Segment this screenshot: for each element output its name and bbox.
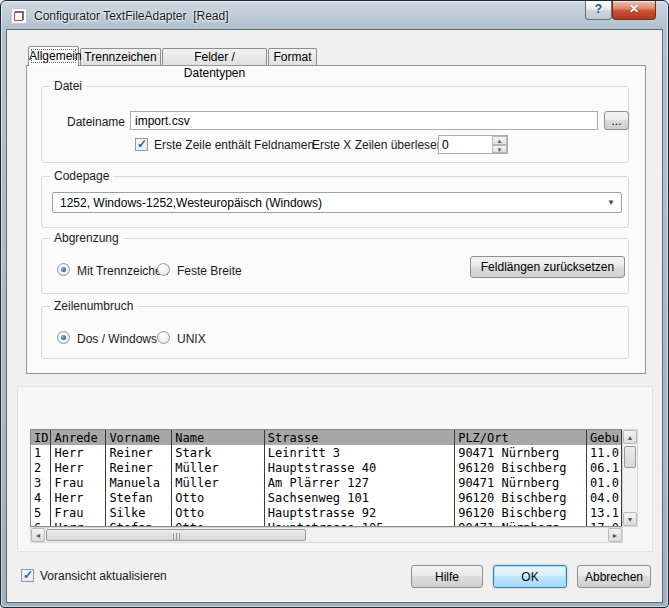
table-cell: 96120 Bischberg bbox=[455, 490, 587, 505]
table-cell: Herr bbox=[51, 445, 106, 460]
dialog-client-area: Allgemein Trennzeichen Felder / Datentyp… bbox=[6, 29, 663, 603]
app-icon bbox=[11, 8, 27, 24]
preview-refresh-label: Voransicht aktualisieren bbox=[40, 569, 167, 583]
first-line-label: Erste Zeile enthält Feldnamen bbox=[154, 138, 314, 152]
tab-allgemein[interactable]: Allgemein bbox=[28, 46, 79, 66]
scroll-right-icon[interactable]: ► bbox=[608, 528, 622, 542]
table-cell: 96120 Bischberg bbox=[455, 505, 587, 520]
table-cell: Otto bbox=[172, 505, 265, 520]
radio-feste-breite[interactable] bbox=[157, 263, 170, 276]
group-zeilenumbruch: Zeilenumbruch Dos / Windows UNIX bbox=[41, 306, 629, 359]
table-cell: 5 bbox=[31, 505, 51, 520]
skip-lines-input[interactable] bbox=[439, 136, 491, 153]
scroll-up-icon[interactable]: ▲ bbox=[623, 430, 637, 444]
table-cell: Silke bbox=[106, 505, 172, 520]
column-header: Name bbox=[172, 430, 265, 445]
reset-field-lengths-button[interactable]: Feldlängen zurücksetzen bbox=[470, 256, 625, 278]
table-row: 3FrauManuelaMüllerAm Plärrer 12790471 Nü… bbox=[31, 475, 622, 490]
radio-feste-breite-label: Feste Breite bbox=[177, 264, 242, 278]
column-header: ID bbox=[31, 430, 51, 445]
table-cell: 17.0 bbox=[586, 520, 621, 527]
table-cell: Reiner bbox=[106, 460, 172, 475]
group-zeilenumbruch-label: Zeilenumbruch bbox=[50, 299, 137, 313]
dateiname-label: Dateiname bbox=[67, 115, 125, 129]
table-cell: 2 bbox=[31, 460, 51, 475]
table-cell: Hauptstrasse 105 bbox=[264, 520, 454, 527]
table-cell: 01.0 bbox=[586, 475, 621, 490]
group-codepage: Codepage 1252, Windows-1252,Westeuropäis… bbox=[41, 176, 629, 228]
first-line-checkbox[interactable] bbox=[135, 138, 148, 151]
table-cell: 90471 Nürnberg bbox=[455, 445, 587, 460]
tab-felder-datentypen[interactable]: Felder / Datentypen bbox=[162, 48, 267, 65]
table-cell: Am Plärrer 127 bbox=[264, 475, 454, 490]
dialog-window: Configurator TextFileAdapter [Read] ? ✕ … bbox=[0, 0, 669, 608]
vertical-scrollbar-thumb[interactable] bbox=[624, 446, 636, 468]
dateiname-input[interactable] bbox=[130, 111, 598, 130]
table-row: 6HerrStefanOttoHauptstrasse 10590471 Nür… bbox=[31, 520, 622, 527]
radio-mit-trennzeichen[interactable] bbox=[57, 263, 70, 276]
column-header: Strasse bbox=[264, 430, 454, 445]
table-cell: 3 bbox=[31, 475, 51, 490]
table-cell: Herr bbox=[51, 460, 106, 475]
radio-dos-windows[interactable] bbox=[57, 331, 70, 344]
abbrechen-button[interactable]: Abbrechen bbox=[577, 565, 651, 588]
table-row: 5FrauSilkeOttoHauptstrasse 9296120 Bisch… bbox=[31, 505, 622, 520]
preview-table-body: 1HerrReinerStarkLeinritt 390471 Nürnberg… bbox=[31, 445, 622, 527]
vertical-scrollbar[interactable]: ▲ ▼ bbox=[622, 429, 638, 527]
skip-lines-spinner: ▲ ▼ bbox=[438, 135, 508, 154]
horizontal-scrollbar[interactable]: ◄ ► bbox=[30, 527, 623, 543]
group-datei: Datei Dateiname ... Erste Zeile enthält … bbox=[41, 86, 629, 163]
column-header: Gebu bbox=[586, 430, 621, 445]
hilfe-button[interactable]: Hilfe bbox=[411, 565, 483, 588]
tab-trennzeichen[interactable]: Trennzeichen bbox=[80, 48, 161, 65]
table-cell: Herr bbox=[51, 520, 106, 527]
table-cell: Müller bbox=[172, 460, 265, 475]
group-codepage-label: Codepage bbox=[50, 169, 113, 183]
table-cell: Stark bbox=[172, 445, 265, 460]
column-header: Vorname bbox=[106, 430, 172, 445]
radio-unix-label: UNIX bbox=[177, 332, 206, 346]
table-cell: 4 bbox=[31, 490, 51, 505]
spinner-up-icon[interactable]: ▲ bbox=[492, 136, 507, 145]
table-cell: Otto bbox=[172, 490, 265, 505]
table-cell: Leinritt 3 bbox=[264, 445, 454, 460]
table-cell: 06.1 bbox=[586, 460, 621, 475]
codepage-select[interactable]: 1252, Windows-1252,Westeuropäisch (Windo… bbox=[52, 192, 622, 213]
table-cell: Müller bbox=[172, 475, 265, 490]
preview-refresh-checkbox[interactable] bbox=[21, 569, 34, 582]
table-cell: 90471 Nürnberg bbox=[455, 475, 587, 490]
skip-lines-label: Erste X Zeilen überlesen bbox=[312, 138, 443, 152]
window-title: Configurator TextFileAdapter [Read] bbox=[34, 9, 229, 23]
table-cell: Hauptstrasse 40 bbox=[264, 460, 454, 475]
table-cell: Stefan bbox=[106, 520, 172, 527]
table-row: 4HerrStefanOttoSachsenweg 10196120 Bisch… bbox=[31, 490, 622, 505]
radio-unix[interactable] bbox=[157, 331, 170, 344]
table-cell: Herr bbox=[51, 490, 106, 505]
table-cell: Stefan bbox=[106, 490, 172, 505]
chevron-down-icon: ▼ bbox=[607, 198, 615, 207]
preview-grid: IDAnredeVornameNameStrassePLZ/OrtGebu 1H… bbox=[30, 429, 623, 527]
ok-button[interactable]: OK bbox=[493, 565, 567, 588]
group-abgrenzung-label: Abgrenzung bbox=[50, 231, 123, 245]
column-header: Anrede bbox=[51, 430, 106, 445]
help-caption-button[interactable]: ? bbox=[585, 1, 612, 20]
radio-mit-trennzeichen-label: Mit Trennzeichen bbox=[77, 264, 168, 278]
spinner-down-icon[interactable]: ▼ bbox=[492, 145, 507, 154]
scroll-down-icon[interactable]: ▼ bbox=[623, 512, 637, 526]
scroll-left-icon[interactable]: ◄ bbox=[31, 528, 45, 542]
browse-button[interactable]: ... bbox=[604, 111, 629, 130]
horizontal-scrollbar-thumb[interactable] bbox=[46, 529, 306, 541]
titlebar[interactable]: Configurator TextFileAdapter [Read] bbox=[1, 1, 668, 29]
table-cell: Otto bbox=[172, 520, 265, 527]
tab-format[interactable]: Format bbox=[268, 48, 317, 65]
group-abgrenzung: Abgrenzung Mit Trennzeichen Feste Breite… bbox=[41, 238, 629, 294]
table-cell: Frau bbox=[51, 475, 106, 490]
table-cell: 13.1 bbox=[586, 505, 621, 520]
scrollbar-grip-icon bbox=[176, 533, 177, 541]
close-button[interactable]: ✕ bbox=[612, 1, 656, 20]
group-datei-label: Datei bbox=[50, 79, 86, 93]
table-cell: 90471 Nürnberg bbox=[455, 520, 587, 527]
table-row: 2HerrReinerMüllerHauptstrasse 4096120 Bi… bbox=[31, 460, 622, 475]
table-cell: Frau bbox=[51, 505, 106, 520]
column-header: PLZ/Ort bbox=[455, 430, 587, 445]
